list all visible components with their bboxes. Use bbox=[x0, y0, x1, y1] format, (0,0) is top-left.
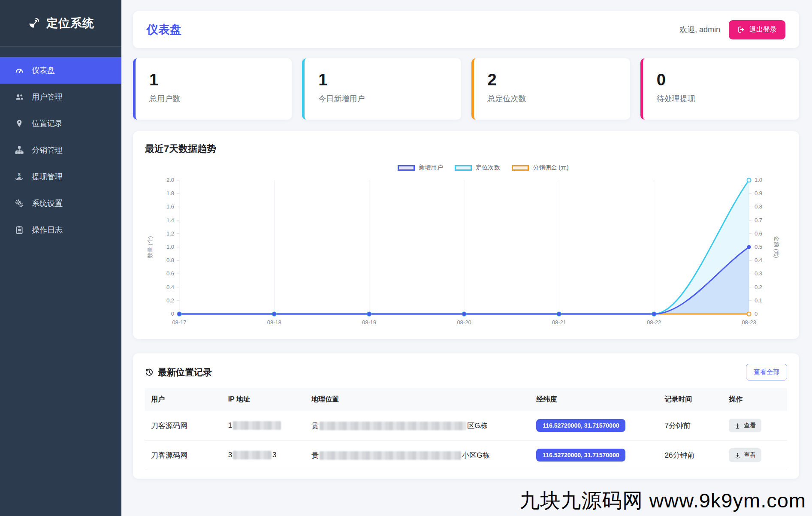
stat-label: 总定位次数 bbox=[488, 94, 630, 104]
legend-label: 定位次数 bbox=[476, 164, 500, 172]
trend-chart-card: 最近7天数据趋势 新增用户定位次数分销佣金 (元) 00.20.40.60.81… bbox=[133, 131, 799, 339]
sitemap-icon bbox=[15, 145, 24, 155]
records-table: 用户IP 地址地理位置经纬度记录时间操作 刀客源码网1贵区G栋116.52720… bbox=[145, 388, 787, 470]
stat-card: 0待处理提现 bbox=[640, 58, 799, 120]
gears-icon bbox=[15, 199, 24, 208]
sidebar-item-提现管理[interactable]: $提现管理 bbox=[0, 163, 121, 190]
cell-ip: 1 bbox=[222, 411, 306, 441]
legend-item-新增用户[interactable]: 新增用户 bbox=[398, 164, 443, 172]
users-icon bbox=[15, 92, 24, 102]
legend-swatch bbox=[398, 165, 415, 171]
svg-text:1.0: 1.0 bbox=[755, 177, 762, 183]
svg-text:0.4: 0.4 bbox=[755, 257, 762, 263]
svg-text:0.3: 0.3 bbox=[755, 270, 762, 277]
street-view-icon bbox=[734, 422, 741, 429]
view-button[interactable]: 查看 bbox=[729, 419, 761, 432]
sidebar-menu: 仪表盘用户管理位置记录分销管理$提现管理系统设置操作日志 bbox=[0, 47, 121, 243]
svg-text:1.8: 1.8 bbox=[166, 190, 174, 196]
cell-coordinates: 116.52720000, 31.71570000 bbox=[530, 441, 658, 470]
sidebar-item-操作日志[interactable]: 操作日志 bbox=[0, 217, 121, 243]
sidebar-item-用户管理[interactable]: 用户管理 bbox=[0, 84, 121, 110]
svg-text:0.6: 0.6 bbox=[166, 270, 174, 277]
svg-text:2.0: 2.0 bbox=[166, 177, 174, 183]
column-header-IP 地址: IP 地址 bbox=[222, 388, 306, 411]
stat-label: 总用户数 bbox=[149, 94, 292, 104]
cell-coordinates: 116.52720000, 31.71570000 bbox=[530, 411, 658, 441]
blurred-location bbox=[320, 422, 466, 430]
records-title: 最新位置记录 bbox=[145, 366, 212, 378]
view-button[interactable]: 查看 bbox=[729, 448, 761, 462]
cell-user: 刀客源码网 bbox=[145, 441, 222, 470]
svg-text:0.1: 0.1 bbox=[755, 297, 762, 304]
svg-text:08-23: 08-23 bbox=[742, 319, 756, 326]
svg-text:0.9: 0.9 bbox=[755, 190, 762, 196]
stat-value: 1 bbox=[149, 71, 292, 89]
stat-value: 0 bbox=[657, 71, 799, 89]
cell-time: 7分钟前 bbox=[659, 411, 723, 441]
main-content: 仪表盘 欢迎, admin 退出登录 1总用户数1今日新增用户2总定位次数0待处… bbox=[121, 0, 812, 516]
svg-text:0.4: 0.4 bbox=[166, 284, 174, 290]
dashboard-icon bbox=[15, 66, 24, 75]
svg-text:1.2: 1.2 bbox=[166, 230, 174, 237]
column-header-记录时间: 记录时间 bbox=[659, 388, 723, 411]
stat-label: 待处理提现 bbox=[657, 94, 799, 104]
map-marker-icon bbox=[15, 119, 24, 128]
stat-value: 1 bbox=[318, 71, 461, 89]
svg-text:$: $ bbox=[18, 172, 21, 177]
welcome-text: 欢迎, admin bbox=[679, 24, 720, 35]
svg-text:数量 (个): 数量 (个) bbox=[147, 236, 153, 258]
stat-value: 2 bbox=[488, 71, 630, 89]
svg-text:08-22: 08-22 bbox=[647, 319, 661, 326]
clipboard-icon bbox=[15, 225, 24, 235]
svg-text:1.0: 1.0 bbox=[166, 244, 174, 250]
svg-text:金额 (元): 金额 (元) bbox=[773, 236, 780, 258]
cell-location: 贵小区G栋 bbox=[305, 441, 530, 470]
topbar-right: 欢迎, admin 退出登录 bbox=[679, 20, 785, 39]
svg-text:0.6: 0.6 bbox=[755, 230, 762, 237]
sidebar-item-位置记录[interactable]: 位置记录 bbox=[0, 110, 121, 137]
sidebar-item-label: 仪表盘 bbox=[32, 65, 55, 75]
cell-location: 贵区G栋 bbox=[305, 411, 530, 441]
view-all-button[interactable]: 查看全部 bbox=[746, 364, 787, 380]
chart-legend: 新增用户定位次数分销佣金 (元) bbox=[179, 164, 787, 172]
records-title-text: 最新位置记录 bbox=[158, 366, 212, 378]
coordinates-badge: 116.52720000, 31.71570000 bbox=[536, 449, 625, 462]
app-title: 定位系统 bbox=[46, 15, 94, 31]
sidebar-item-label: 系统设置 bbox=[32, 198, 63, 208]
street-view-icon bbox=[734, 452, 741, 459]
cell-ip: 33 bbox=[222, 441, 306, 470]
records-table-body: 刀客源码网1贵区G栋116.52720000, 31.715700007分钟前查… bbox=[145, 411, 787, 470]
sidebar-item-label: 用户管理 bbox=[32, 92, 63, 102]
table-row: 刀客源码网33贵小区G栋116.52720000, 31.7157000026分… bbox=[145, 441, 787, 470]
sidebar-item-仪表盘[interactable]: 仪表盘 bbox=[0, 57, 121, 84]
blurred-ip bbox=[233, 421, 281, 430]
svg-text:0: 0 bbox=[755, 311, 758, 317]
column-header-经纬度: 经纬度 bbox=[530, 388, 658, 411]
legend-item-分销佣金 (元)[interactable]: 分销佣金 (元) bbox=[512, 164, 568, 172]
stat-card: 1今日新增用户 bbox=[302, 58, 461, 120]
cell-time: 26分钟前 bbox=[659, 441, 723, 470]
legend-swatch bbox=[512, 165, 529, 171]
sidebar-item-分销管理[interactable]: 分销管理 bbox=[0, 137, 121, 163]
legend-item-定位次数[interactable]: 定位次数 bbox=[455, 164, 500, 172]
svg-text:08-21: 08-21 bbox=[552, 319, 566, 326]
app-logo: 定位系统 bbox=[0, 0, 121, 47]
logout-button[interactable]: 退出登录 bbox=[729, 20, 785, 39]
sidebar-item-label: 位置记录 bbox=[32, 118, 63, 129]
sign-out-icon bbox=[737, 26, 745, 33]
history-icon bbox=[145, 368, 154, 377]
blurred-ip bbox=[233, 451, 272, 459]
stats-row: 1总用户数1今日新增用户2总定位次数0待处理提现 bbox=[133, 58, 799, 120]
sidebar-item-系统设置[interactable]: 系统设置 bbox=[0, 190, 121, 217]
cell-action: 查看 bbox=[723, 441, 787, 470]
cell-user: 刀客源码网 bbox=[145, 411, 222, 441]
svg-text:08-17: 08-17 bbox=[172, 319, 186, 326]
legend-swatch bbox=[455, 165, 472, 171]
hand-dollar-icon: $ bbox=[15, 172, 24, 181]
svg-text:0.2: 0.2 bbox=[166, 297, 174, 304]
svg-text:0.2: 0.2 bbox=[755, 284, 762, 290]
logout-label: 退出登录 bbox=[749, 25, 777, 34]
legend-label: 新增用户 bbox=[419, 164, 443, 172]
stat-card: 2总定位次数 bbox=[471, 58, 630, 120]
topbar: 仪表盘 欢迎, admin 退出登录 bbox=[133, 11, 799, 48]
